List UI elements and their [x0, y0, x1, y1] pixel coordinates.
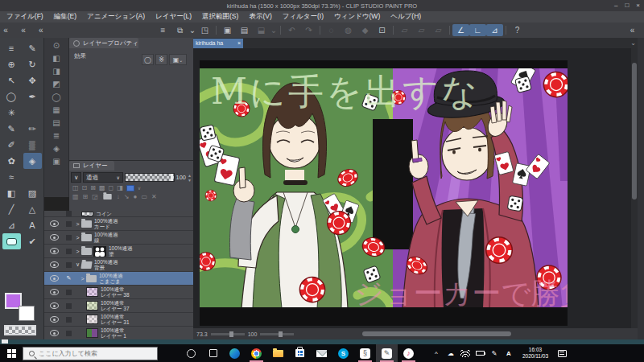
snap-grid-icon[interactable]: ⊿ — [486, 24, 503, 36]
close-button[interactable]: × — [636, 2, 640, 9]
rotate-slider-handle[interactable] — [279, 331, 283, 337]
delete-layer-icon[interactable]: ✕ — [151, 193, 157, 200]
itunes-button[interactable]: ♪ — [398, 344, 419, 362]
zoom-tool[interactable]: ⊕ — [2, 56, 21, 72]
visibility-eye-icon[interactable] — [50, 248, 59, 254]
search-input[interactable] — [39, 350, 143, 357]
notification-button[interactable] — [555, 344, 569, 362]
apply-mask-icon[interactable]: ▭ — [141, 193, 147, 200]
onedrive-button[interactable]: ☁ — [444, 344, 458, 362]
eraser-tool[interactable]: ◈ — [23, 153, 42, 169]
opacity-slider-handle[interactable] — [171, 174, 173, 181]
panel-collapse-icon[interactable]: « — [35, 24, 155, 36]
layer-panel-tab[interactable]: レイヤー — [69, 161, 114, 171]
menu-layer[interactable]: レイヤー(L) — [155, 12, 192, 22]
brush-tool[interactable]: ✐ — [2, 137, 21, 153]
canvas-artwork[interactable]: Mに手を出すな ジョーカーで勝負 — [200, 60, 568, 326]
search-box[interactable] — [23, 347, 158, 360]
layer-row-31[interactable]: 100%通常レイヤー 31 — [44, 313, 193, 327]
subtool-icon-4[interactable]: ◩ — [52, 80, 60, 88]
layer-row-coin[interactable]: コイン — [44, 211, 193, 217]
frame-tool[interactable]: △ — [23, 201, 42, 217]
selection-tool[interactable]: ◯ — [2, 88, 21, 105]
vertical-scrollbar-thumb[interactable] — [632, 63, 637, 200]
invert-selection-icon[interactable]: ◍ — [340, 24, 357, 36]
border-effect-button[interactable]: ◯ — [142, 54, 154, 65]
cortana-button[interactable] — [180, 344, 202, 362]
selection-border-icon[interactable]: ◆ — [357, 24, 374, 36]
task-view-button[interactable] — [202, 344, 224, 362]
layer-property-tab[interactable]: レイヤープロパティ — [69, 38, 138, 48]
layer-row-paint[interactable]: > 100%通過塗 — [44, 245, 193, 258]
pencil-tool[interactable]: ✏ — [23, 121, 42, 137]
new-raster-layer-icon[interactable]: ⊞ — [83, 193, 89, 200]
ruler-tool[interactable]: ⊿ — [2, 217, 21, 233]
opacity-slider[interactable] — [125, 173, 175, 182]
snap-special-ruler-icon[interactable]: ∟ — [469, 24, 486, 36]
command-bar-collapse-icon[interactable]: « — [624, 24, 641, 36]
subtool-icon-9[interactable]: ◈ — [53, 144, 60, 153]
subtool-icon-10[interactable]: ▣ — [52, 157, 60, 166]
crop-icon[interactable]: ⊡ — [374, 24, 390, 36]
workspace-icon[interactable]: ⧉ — [171, 24, 188, 36]
clip-studio-button[interactable]: § — [354, 344, 376, 362]
main-menu-icon[interactable]: ≡ — [155, 24, 171, 36]
visibility-eye-icon[interactable] — [50, 220, 59, 227]
menu-window[interactable]: ウィンドウ(W) — [334, 12, 380, 22]
save-chevron-icon[interactable]: ⌄ — [270, 24, 278, 36]
rotate-canvas-tool[interactable]: ↻ — [23, 56, 42, 72]
subtool-icon-8[interactable]: ≣ — [53, 131, 60, 140]
new-canvas-icon[interactable]: ▣ — [219, 24, 236, 36]
clip-to-layer-icon[interactable]: ◫ — [72, 184, 79, 191]
palette-option-icon[interactable]: ▥ — [72, 193, 79, 200]
menu-selection[interactable]: 選択範囲(S) — [202, 12, 238, 22]
visibility-eye-icon[interactable] — [50, 330, 59, 336]
subtool-icon-3[interactable]: ◨ — [52, 67, 60, 76]
text-tool[interactable]: A — [23, 217, 42, 233]
workspace-chevron-icon[interactable]: ⌄ — [188, 24, 196, 36]
transfer-down-icon[interactable]: ↓ — [117, 193, 120, 200]
visibility-eye-icon[interactable] — [50, 302, 59, 309]
tab-list-chevron-icon[interactable]: ⌄ — [630, 39, 636, 47]
redo-icon[interactable]: ↷ — [300, 24, 317, 36]
menu-file[interactable]: ファイル(F) — [6, 12, 43, 22]
rect-c-icon[interactable]: ▱ — [430, 24, 447, 36]
rect-b-icon[interactable]: ▱ — [413, 24, 430, 36]
sub-color-swatch[interactable] — [19, 306, 35, 321]
layer-row-card[interactable]: > 100%通過カード — [44, 217, 193, 231]
visibility-eye-icon[interactable] — [50, 261, 59, 268]
document-tab[interactable]: kirihuda ha × — [193, 39, 243, 48]
maximize-button[interactable]: □ — [625, 2, 629, 9]
blend-mode-dropdown[interactable]: 通過∨ — [83, 172, 123, 183]
lock-layer-icon[interactable]: ⊡ — [82, 184, 88, 191]
new-folder-icon[interactable] — [103, 194, 111, 200]
fill-tool[interactable]: ◧ — [2, 185, 21, 201]
horizontal-scrollbar-thumb[interactable] — [362, 331, 511, 336]
clip-studio-launch-icon[interactable]: ◳ — [196, 24, 213, 36]
blend-tool[interactable]: ≈ — [2, 169, 21, 185]
open-file-icon[interactable]: ▤ — [236, 24, 253, 36]
minimize-button[interactable]: – — [614, 2, 617, 9]
layer-row-1[interactable]: 100%通常レイヤー 1 — [44, 327, 193, 339]
decoration-tool[interactable]: ✿ — [2, 153, 21, 169]
subtool-collapse-icon[interactable]: « — [11, 24, 35, 36]
wifi-button[interactable] — [458, 344, 473, 362]
folder-arrow-icon[interactable]: > — [74, 221, 81, 227]
pen-tool[interactable]: ✎ — [2, 121, 21, 137]
toolbar-menu-icon[interactable]: ≡ — [2, 40, 21, 56]
palette-combo[interactable]: ∨ — [71, 172, 81, 183]
mail-button[interactable] — [311, 344, 332, 362]
layer-color-icon[interactable] — [126, 185, 134, 191]
start-button[interactable] — [0, 344, 23, 362]
subtool-icon-5[interactable]: ◯ — [52, 93, 60, 101]
menu-help[interactable]: ヘルプ(H) — [390, 12, 421, 22]
file-explorer-button[interactable] — [267, 344, 289, 362]
clock[interactable]: 16:03 2020/11/03 — [516, 347, 555, 360]
create-mask-icon[interactable]: ● — [134, 193, 138, 200]
snap-ruler-icon[interactable]: ∠ — [452, 24, 469, 36]
save-icon[interactable]: ⬓ — [253, 24, 270, 36]
skype-button[interactable]: S — [332, 344, 354, 362]
zoom-slider-handle[interactable] — [229, 331, 233, 337]
visibility-eye-icon[interactable] — [50, 275, 59, 282]
figure-tool[interactable]: ╱ — [2, 201, 21, 217]
